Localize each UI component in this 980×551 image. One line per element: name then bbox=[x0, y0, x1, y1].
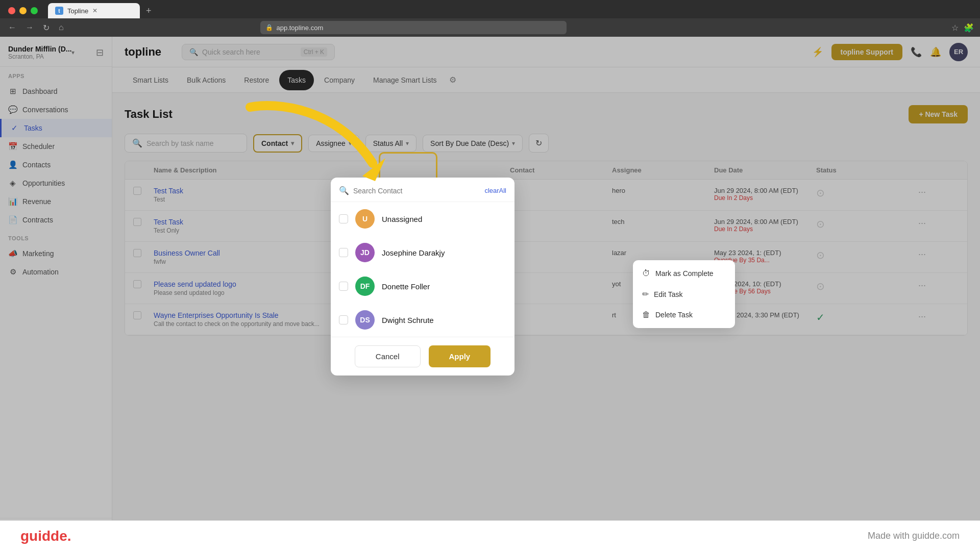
tab-favicon: t bbox=[55, 7, 63, 15]
new-tab-button[interactable]: + bbox=[146, 6, 152, 16]
delete-task-label: Delete Task bbox=[655, 311, 693, 319]
contact-list: U Unassigned JD Josephine Darakjy DF Don… bbox=[331, 202, 514, 337]
clear-all-button[interactable]: clearAll bbox=[484, 187, 506, 194]
address-lock-icon: 🔒 bbox=[265, 24, 273, 31]
unassigned-avatar: U bbox=[355, 209, 375, 229]
browser-tab-bar: t Topline ✕ + bbox=[0, 0, 980, 18]
browser-nav-right: ☆ 🧩 bbox=[951, 23, 974, 33]
unassigned-label: Unassigned bbox=[382, 215, 422, 223]
donette-checkbox[interactable] bbox=[339, 282, 348, 291]
traffic-light-green[interactable] bbox=[31, 7, 38, 14]
browser-back-button[interactable]: ← bbox=[6, 21, 18, 34]
delete-task-icon: 🗑 bbox=[642, 310, 650, 319]
tab-title-text: Topline bbox=[67, 7, 88, 15]
edit-task-icon: ✏ bbox=[642, 289, 649, 299]
traffic-lights bbox=[8, 7, 38, 14]
dwight-checkbox[interactable] bbox=[339, 315, 348, 324]
josephine-avatar: JD bbox=[355, 243, 375, 262]
address-url: app.topline.com bbox=[276, 24, 323, 32]
context-item-mark-complete[interactable]: ⏱ Mark as Complete bbox=[633, 263, 735, 284]
contact-dropdown-modal: 🔍 clearAll U Unassigned JD Josephine Dar… bbox=[331, 178, 514, 375]
mark-complete-icon: ⏱ bbox=[642, 269, 650, 278]
contact-item-josephine[interactable]: JD Josephine Darakjy bbox=[331, 236, 514, 269]
guidde-logo: guidde. bbox=[20, 528, 71, 544]
edit-task-label: Edit Task bbox=[654, 290, 683, 298]
cancel-button[interactable]: Cancel bbox=[355, 345, 421, 367]
guidde-footer: guidde. Made with guidde.com bbox=[0, 520, 980, 551]
contact-item-donette[interactable]: DF Donette Foller bbox=[331, 269, 514, 303]
guidde-made-with: Made with guidde.com bbox=[868, 531, 960, 541]
contact-item-unassigned[interactable]: U Unassigned bbox=[331, 202, 514, 236]
context-item-delete-task[interactable]: 🗑 Delete Task bbox=[633, 305, 735, 325]
browser-forward-button[interactable]: → bbox=[23, 21, 36, 34]
josephine-label: Josephine Darakjy bbox=[382, 248, 445, 257]
guidde-logo-text: guidde. bbox=[20, 528, 71, 544]
browser-nav-bar: ← → ↻ ⌂ 🔒 app.topline.com ☆ 🧩 bbox=[0, 18, 980, 37]
unassigned-checkbox[interactable] bbox=[339, 214, 348, 223]
browser-refresh-button[interactable]: ↻ bbox=[41, 21, 52, 35]
josephine-checkbox[interactable] bbox=[339, 248, 348, 257]
dwight-avatar: DS bbox=[355, 310, 375, 330]
browser-tab-active[interactable]: t Topline ✕ bbox=[48, 3, 140, 18]
context-menu: ⏱ Mark as Complete ✏ Edit Task 🗑 Delete … bbox=[633, 260, 735, 328]
dwight-label: Dwight Schrute bbox=[382, 316, 434, 324]
donette-label: Donette Foller bbox=[382, 282, 430, 291]
context-item-edit-task[interactable]: ✏ Edit Task bbox=[633, 284, 735, 305]
dropdown-search-icon: 🔍 bbox=[339, 186, 349, 195]
contact-item-dwight[interactable]: DS Dwight Schrute bbox=[331, 303, 514, 337]
extensions-icon[interactable]: 🧩 bbox=[964, 23, 974, 33]
traffic-light-yellow[interactable] bbox=[19, 7, 27, 14]
bookmark-icon[interactable]: ☆ bbox=[951, 23, 959, 33]
apply-button[interactable]: Apply bbox=[429, 345, 491, 367]
browser-chrome: t Topline ✕ + ← → ↻ ⌂ 🔒 app.topline.com … bbox=[0, 0, 980, 37]
donette-avatar: DF bbox=[355, 277, 375, 296]
contact-search-input[interactable] bbox=[353, 187, 480, 195]
browser-home-button[interactable]: ⌂ bbox=[57, 21, 66, 34]
traffic-light-red[interactable] bbox=[8, 7, 15, 14]
address-bar[interactable]: 🔒 app.topline.com bbox=[260, 21, 567, 34]
dropdown-actions: Cancel Apply bbox=[331, 337, 514, 375]
mark-complete-label: Mark as Complete bbox=[655, 269, 714, 278]
dropdown-search-row: 🔍 clearAll bbox=[331, 186, 514, 202]
tab-close-button[interactable]: ✕ bbox=[92, 7, 97, 14]
